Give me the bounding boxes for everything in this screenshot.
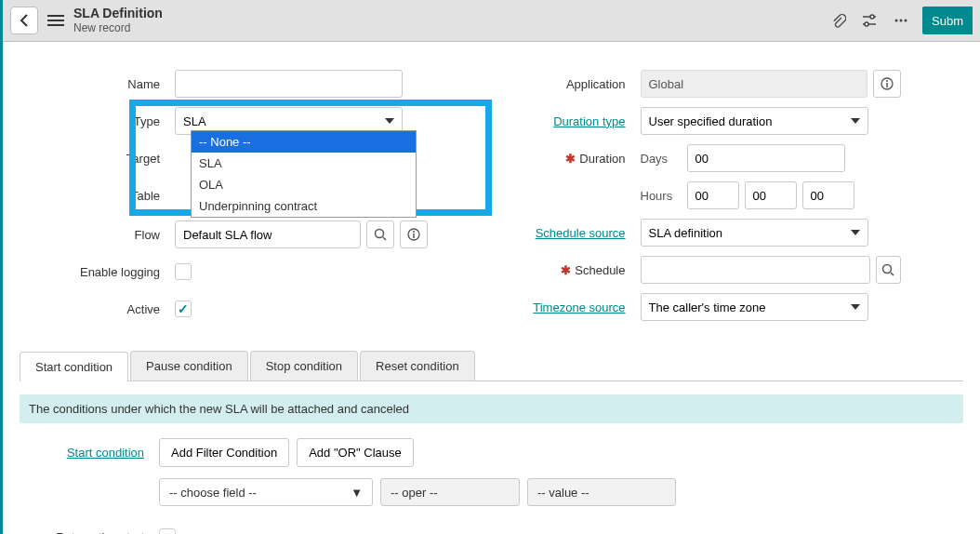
filter-field-select[interactable]: -- choose field -- ▼ xyxy=(159,478,373,506)
type-label: Type xyxy=(40,114,175,128)
svg-line-19 xyxy=(891,273,894,275)
form-left-column: Name Type SLA -- None -- SLA OLA Underpi… xyxy=(40,70,478,332)
hours-ss-input[interactable] xyxy=(802,181,854,209)
type-option-upc[interactable]: Underpinning contract xyxy=(192,195,416,217)
tab-pause-condition[interactable]: Pause condition xyxy=(130,351,248,380)
svg-point-7 xyxy=(895,20,898,22)
info-icon xyxy=(881,77,894,90)
title-block: SLA Definition New record xyxy=(73,6,163,34)
svg-point-4 xyxy=(870,15,874,19)
menu-icon[interactable] xyxy=(47,14,64,27)
form-right-column: Application Global Duration type User sp… xyxy=(506,70,944,332)
application-value: Global xyxy=(641,70,867,98)
topbar: SLA Definition New record Subm xyxy=(3,0,980,42)
type-option-sla[interactable]: SLA xyxy=(192,153,416,174)
chevron-left-icon xyxy=(20,14,29,27)
search-icon xyxy=(374,228,387,241)
days-input[interactable] xyxy=(687,144,845,172)
svg-point-6 xyxy=(865,22,868,26)
timezone-source-select[interactable]: The caller's time zone xyxy=(641,293,868,321)
required-icon: ✱ xyxy=(561,263,571,277)
application-label: Application xyxy=(506,77,641,91)
add-or-clause-button[interactable]: Add "OR" Clause xyxy=(297,438,414,467)
chevron-down-icon: ▼ xyxy=(351,486,363,500)
info-icon xyxy=(407,228,420,241)
tab-stop-condition[interactable]: Stop condition xyxy=(250,351,358,380)
page-title: SLA Definition xyxy=(73,6,163,21)
days-label: Days xyxy=(641,152,682,166)
schedule-source-select[interactable]: SLA definition xyxy=(641,219,868,247)
svg-point-8 xyxy=(900,20,903,22)
tab-reset-condition[interactable]: Reset condition xyxy=(360,351,475,380)
svg-point-16 xyxy=(886,80,888,82)
name-input[interactable] xyxy=(175,70,403,98)
filter-value-select[interactable]: -- value -- xyxy=(527,478,676,506)
flow-label: Flow xyxy=(40,228,175,242)
svg-point-13 xyxy=(413,231,415,233)
svg-line-11 xyxy=(383,237,386,240)
submit-button[interactable]: Subm xyxy=(922,7,973,34)
attachment-icon[interactable] xyxy=(828,10,848,31)
flow-info-button[interactable] xyxy=(400,220,428,248)
tab-start-condition[interactable]: Start condition xyxy=(20,352,128,381)
filter-row: -- choose field -- ▼ -- oper -- -- value… xyxy=(159,478,963,506)
table-label: Table xyxy=(40,189,175,203)
tab-content: The conditions under which the new SLA w… xyxy=(20,381,963,534)
schedule-search-button[interactable] xyxy=(876,256,901,284)
hours-mm-input[interactable] xyxy=(745,181,797,209)
flow-input[interactable] xyxy=(175,220,361,248)
target-label: Target xyxy=(40,152,175,166)
type-dropdown-list: -- None -- SLA OLA Underpinning contract xyxy=(191,130,417,218)
flow-search-button[interactable] xyxy=(366,220,394,248)
back-button[interactable] xyxy=(10,7,38,34)
type-option-ola[interactable]: OLA xyxy=(192,174,416,195)
settings-icon[interactable] xyxy=(859,10,880,31)
application-info-button[interactable] xyxy=(873,70,901,98)
page-subtitle: New record xyxy=(73,21,163,34)
retroactive-start-checkbox[interactable] xyxy=(159,528,176,534)
filter-oper-select[interactable]: -- oper -- xyxy=(380,478,520,506)
search-icon xyxy=(881,263,894,276)
svg-point-9 xyxy=(905,20,907,22)
hours-label: Hours xyxy=(641,189,682,203)
more-icon[interactable] xyxy=(891,10,911,31)
timezone-source-label[interactable]: Timezone source xyxy=(506,300,641,314)
required-icon: ✱ xyxy=(565,152,576,166)
duration-label: ✱Duration xyxy=(506,152,641,166)
schedule-label: ✱Schedule xyxy=(506,263,641,277)
type-option-none[interactable]: -- None -- xyxy=(192,131,416,153)
active-label: Active xyxy=(40,302,175,316)
tab-info-banner: The conditions under which the new SLA w… xyxy=(20,394,963,423)
tabs: Start condition Pause condition Stop con… xyxy=(20,351,963,381)
active-checkbox[interactable] xyxy=(175,300,192,317)
start-condition-label[interactable]: Start condition xyxy=(20,446,159,460)
svg-point-18 xyxy=(883,265,892,274)
name-label: Name xyxy=(40,77,175,91)
schedule-source-label[interactable]: Schedule source xyxy=(506,226,641,240)
add-filter-button[interactable]: Add Filter Condition xyxy=(159,438,289,467)
duration-type-select[interactable]: User specified duration xyxy=(641,107,868,135)
enable-logging-label: Enable logging xyxy=(40,265,175,279)
duration-type-label[interactable]: Duration type xyxy=(506,114,641,128)
svg-point-10 xyxy=(376,230,384,238)
enable-logging-checkbox[interactable] xyxy=(175,263,192,280)
retroactive-start-label: Retroactive start xyxy=(20,530,159,535)
schedule-input[interactable] xyxy=(641,256,870,284)
hours-hh-input[interactable] xyxy=(687,181,739,209)
